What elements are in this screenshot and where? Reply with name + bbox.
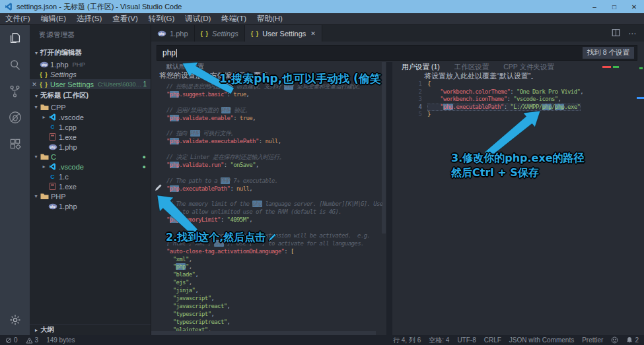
edit-setting-pencil-icon[interactable] [155,182,162,194]
tree-item[interactable]: C1.c [30,172,151,181]
code-line[interactable]: "ejs", [166,279,384,287]
vscode-logo-icon [5,3,13,11]
code-line[interactable]: 4 "php.executablePath": "L:/XAMPP/php/ph… [427,104,581,111]
tree-item[interactable]: ▾PHP [30,191,151,201]
open-editors-header[interactable]: ▾打开的编辑器 [30,46,151,59]
tree-item-label: 1.php [59,203,77,210]
tree-item-label: 1.exe [59,133,77,141]
code-line[interactable]: "php.memoryLimit": "4095M", [166,216,384,224]
tree-item[interactable]: 1.exe [30,181,151,191]
tree-item[interactable]: 1.exe [30,132,151,142]
close-icon[interactable]: ✕ [30,81,39,88]
php-file-icon: php [48,144,57,150]
close-icon[interactable]: ✕ [310,30,316,37]
code-line[interactable] [166,146,384,154]
code-line[interactable]: "php.validate.enable": true, [166,115,384,123]
feedback-smiley-icon[interactable] [611,336,618,344]
settings-target-tab[interactable]: 用户设置 (1) [402,63,440,72]
code-line[interactable]: 2 "workbench.colorTheme": "One Dark Pro … [427,88,618,96]
tab-user-settings[interactable]: { }User Settings✕ [245,25,322,42]
tree-item[interactable]: ▾CPP [30,102,151,112]
settings-search-input[interactable]: php 找到 8 个设置 [157,45,637,61]
code-line[interactable] [166,99,384,107]
status-item[interactable]: Prettier [582,336,603,344]
code-line[interactable] [166,122,384,130]
code-line[interactable]: "php", [166,263,384,271]
tree-item[interactable]: php1.php [30,201,151,211]
tree-item[interactable]: ▾C● [30,152,151,162]
workspace-header[interactable]: ▾无标题 (工作区) [30,89,151,102]
source-control-icon[interactable] [0,78,30,104]
settings-target-tab[interactable]: CPP 文件夹设置 [503,63,554,72]
code-line[interactable]: "auto-close-tag.activationOnLanguage": [ [166,248,384,256]
code-line[interactable]: "php.validate.executablePath": null, [166,138,384,146]
manage-gear-icon[interactable] [0,309,30,331]
code-line[interactable]: "javascript", [166,295,384,303]
menu-item[interactable]: 转到(G) [143,14,180,24]
more-actions-icon[interactable]: ⋯ [628,29,636,38]
svg-text:php: php [50,145,55,148]
debug-icon[interactable] [0,104,30,131]
tree-item[interactable]: ▸.vscode● [30,162,151,172]
menu-item[interactable]: 查看(V) [107,14,143,24]
code-line[interactable]: "typescriptreact", [166,319,384,327]
file-size-indicator: 149 bytes [46,336,75,344]
overview-ruler-green-mark [639,67,643,69]
tree-item[interactable]: php1.php [30,142,151,152]
window-title: settings.json - 无标题 (工作区) - Visual Studi… [17,2,182,12]
code-line[interactable]: // The path to a PHP 7+ executable. [166,177,384,185]
code-line[interactable]: // The memory limit of the php language … [166,201,384,208]
open-editor-item[interactable]: php1.phpPHP [30,59,151,69]
menu-item[interactable]: 文件(F) [0,14,36,24]
status-item[interactable]: JSON with Comments [509,336,574,344]
search-icon[interactable] [0,51,30,78]
code-line[interactable]: 1{ [427,80,618,88]
minimize-button[interactable]: – [585,0,604,13]
tab-1-php[interactable]: php1.php [151,25,195,42]
menu-item[interactable]: 选择(S) [71,14,107,24]
status-item[interactable]: CRLF [484,336,501,344]
code-line[interactable]: 5} [427,111,618,119]
code-line[interactable]: "php.validate.run": "onSave", [166,162,384,170]
warnings-indicator[interactable]: 3 [26,336,39,344]
code-line[interactable]: "javascriptreact", [166,303,384,311]
menu-item[interactable]: 编辑(E) [36,14,71,24]
menu-item[interactable]: 帮助(H) [252,14,288,24]
notifications-bell[interactable]: 2 [626,336,639,344]
menu-item[interactable]: 调试(D) [180,14,216,24]
tree-item[interactable]: ▸.vscode [30,112,151,122]
open-editor-item[interactable]: { }Settings [30,69,151,79]
status-item[interactable]: 行 4, 列 6 [393,336,421,345]
status-item[interactable]: UTF-8 [457,336,476,344]
settings-target-tab[interactable]: 工作区设置 [454,63,489,72]
user-settings-hint: 将设置放入此处以覆盖“默认设置”。 [424,71,538,81]
code-line[interactable]: // 决定 Linter 是在保存时还是输入时运行。 [166,154,384,162]
maximize-button[interactable]: □ [604,0,624,13]
close-button[interactable]: ✕ [624,0,644,13]
vertical-scrollbar[interactable] [382,62,386,234]
code-line[interactable]: "jinja", [166,287,384,295]
status-item[interactable]: 空格: 4 [429,336,449,345]
tab-settings[interactable]: { }Settings [195,25,245,42]
split-editor-icon[interactable] [612,28,620,39]
menu-item[interactable]: 终端(T) [216,14,252,24]
code-line[interactable]: "typescript", [166,311,384,319]
code-line[interactable]: "php.suggest.basic": true, [166,91,384,99]
code-line[interactable]: "xml", [166,256,384,264]
code-line[interactable]: "php.executablePath": null, [166,185,384,193]
code-line[interactable] [166,193,384,201]
svg-text:php: php [50,204,55,208]
code-line[interactable]: // 指向 PHP 可执行文件。 [166,130,384,138]
pane-divider[interactable] [386,62,392,335]
code-line[interactable]: 3 "workbench.iconTheme": "vscode-icons", [427,96,618,104]
code-line[interactable] [166,170,384,177]
outline-section-header[interactable]: ▸大纲 [30,324,151,335]
problems-indicator[interactable]: 0 [5,336,18,344]
code-line[interactable]: '-1' to allow unlimited use of the RAM (… [166,208,384,216]
extensions-icon[interactable] [0,131,30,157]
code-line[interactable]: // 启用/禁用内置的 PHP 验证。 [166,107,384,115]
explorer-icon[interactable] [0,25,30,51]
tree-item[interactable]: C̈1.cpp [30,122,151,132]
code-line[interactable]: "blade", [166,271,384,279]
open-editor-item[interactable]: ✕{ }User SettingsC:\Users\60301\AppData.… [30,79,151,89]
